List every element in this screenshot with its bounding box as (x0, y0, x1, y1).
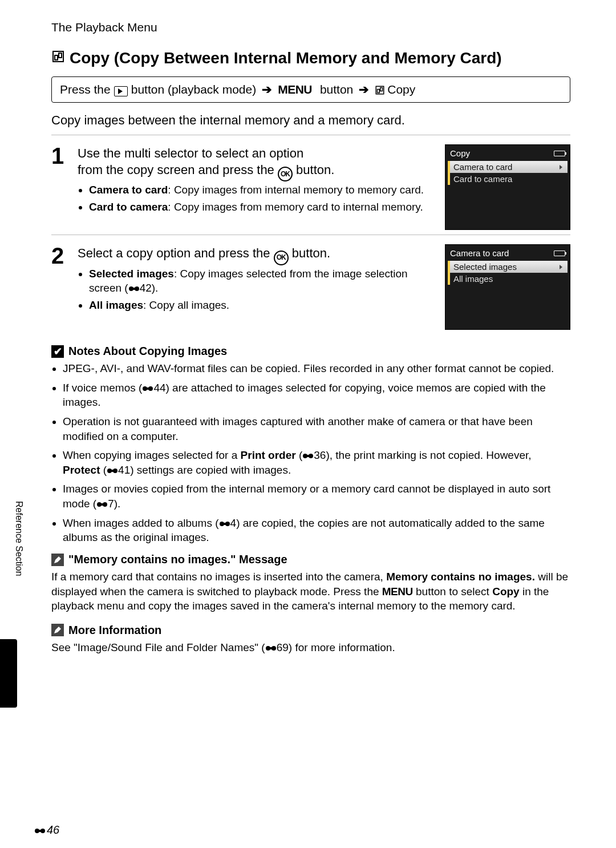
svg-rect-2 (59, 53, 62, 58)
notes-section: ✔ Notes About Copying Images JPEG-, AVI-… (51, 345, 570, 655)
reference-icon (142, 382, 153, 394)
reference-icon (34, 823, 46, 837)
svg-rect-4 (378, 90, 380, 93)
message-heading: "Memory contains no images." Message (68, 553, 287, 566)
side-tab-label: Reference Section (14, 501, 24, 576)
screen-item-selected: Selected images (450, 261, 568, 273)
more-info-heading: More Information (68, 624, 161, 637)
svg-rect-1 (55, 55, 58, 60)
step-number: 2 (51, 244, 68, 330)
battery-icon (554, 151, 565, 156)
divider (51, 235, 570, 235)
playback-button-icon (114, 86, 128, 96)
reference-icon (265, 641, 277, 653)
step-number: 1 (51, 144, 68, 230)
svg-rect-14 (305, 455, 311, 457)
svg-rect-5 (380, 88, 383, 91)
notes-heading: Notes About Copying Images (68, 345, 227, 358)
step-lead: Use the multi selector to select an opti… (78, 146, 433, 179)
page-title: Copy (Copy Between Internal Memory and M… (51, 49, 570, 67)
note-item: Operation is not guaranteed with images … (63, 414, 570, 443)
svg-rect-17 (110, 470, 115, 472)
ok-button-icon: OK (278, 167, 293, 181)
side-black-tab (0, 639, 17, 708)
svg-rect-23 (222, 523, 228, 525)
menu-button-label: MENU (278, 83, 312, 96)
arrow-right-icon: ➔ (262, 83, 272, 96)
screen-item: Card to camera (450, 173, 568, 185)
screen-title: Copy (450, 149, 470, 158)
camera-screen-camera-to-card: Camera to card Selected images All image… (445, 244, 570, 330)
svg-rect-11 (145, 387, 151, 390)
step-bullets: Selected images: Copy images selected fr… (78, 266, 433, 313)
page-number: 46 (34, 823, 59, 837)
step-lead: Select a copy option and press the OK bu… (78, 245, 433, 263)
arrow-right-icon: ➔ (359, 83, 369, 96)
breadcrumb: The Playback Menu (51, 21, 570, 34)
svg-rect-8 (131, 288, 137, 290)
screen-item: All images (450, 273, 568, 285)
svg-rect-20 (99, 503, 105, 506)
reference-icon (302, 449, 314, 461)
step-bullets: Camera to card: Copy images from interna… (78, 183, 433, 214)
pencil-icon (51, 554, 64, 566)
intro-text: Copy images between the internal memory … (51, 113, 570, 128)
reference-icon (96, 498, 108, 510)
copy-icon (51, 49, 65, 67)
reference-icon (128, 282, 140, 294)
copy-icon (375, 83, 385, 96)
note-item: When images added to albums (4) are copi… (63, 516, 570, 545)
note-item: JPEG-, AVI-, and WAV-format files can be… (63, 361, 570, 376)
message-paragraph: If a memory card that contains no images… (51, 570, 570, 613)
pencil-icon (51, 624, 64, 636)
reference-icon (219, 517, 230, 529)
svg-rect-26 (268, 647, 274, 649)
note-item: When copying images selected for a Print… (63, 448, 570, 477)
check-icon: ✔ (51, 345, 64, 358)
more-info-paragraph: See "Image/Sound File and Folder Names" … (51, 640, 570, 655)
step-1: 1 Use the multi selector to select an op… (51, 141, 570, 230)
navigation-path-box: Press the button (playback mode) ➔ MENU … (51, 76, 570, 103)
screen-item-selected: Camera to card (450, 161, 568, 173)
camera-screen-copy: Copy Camera to card Card to camera (445, 144, 570, 230)
screen-title: Camera to card (450, 249, 509, 257)
divider (51, 135, 570, 135)
note-item: If voice memos (44) are attached to imag… (63, 381, 570, 410)
step-2: 2 Select a copy option and press the OK … (51, 241, 570, 330)
ok-button-icon: OK (274, 251, 289, 265)
reference-icon (107, 464, 118, 476)
svg-rect-29 (37, 830, 43, 832)
note-item: Images or movies copied from the interna… (63, 482, 570, 511)
battery-icon (554, 251, 565, 256)
